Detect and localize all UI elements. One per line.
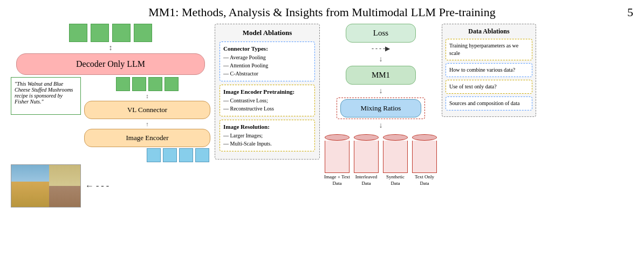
blue-token-2 [163,148,177,162]
header: MM1: Methods, Analysis & Insights from M… [11,5,633,19]
resolution-item-1: — Larger Images; [223,131,311,140]
blue-token-1 [147,148,161,162]
connector-types-box: Connector Types: — Average Pooling — Att… [220,41,315,81]
data-ablations-box: Data Ablations Training hyperparameters … [442,24,536,117]
page-number: 5 [617,5,633,19]
vl-connector-box: VL Connector [84,101,210,119]
text-input-content: "This Walnut and Blue Cheese Stuffed Mus… [15,81,73,105]
mixing-ratios-container: Mixing Ratios [337,98,425,119]
image-resolution-title: Image Resolution: [223,123,311,130]
page-title: MM1: Methods, Analysis & Insights from M… [27,5,617,19]
cylinder-3-label: Synthetic Data [382,174,408,186]
mm1-to-mixing-arrow: ↓ [379,87,383,95]
right-flow-section: Loss - - - -▶ ↓ MM1 ↓ Mixing Ratios ↓ [324,24,437,186]
cylinder-4-top [412,134,437,141]
main-content: ↕ Decoder Only LLM "This Walnut and Blue… [11,24,633,207]
cylinder-3-top [383,134,408,141]
cylinder-2: Interleaved Data [353,134,379,186]
data-ablation-item-3: Use of text only data? [446,80,532,94]
model-ablations-section: Model Ablations Connector Types: — Avera… [215,24,320,160]
cylinder-3: Synthetic Data [382,134,408,186]
image-encoder-box: Image Encoder [84,129,210,147]
cylinder-2-top [354,134,379,141]
data-ablation-item-4: Sources and composition of data [446,96,532,110]
image-resolution-box: Image Resolution: — Larger Images; — Mul… [220,120,315,151]
top-token-row [11,24,210,42]
connector-types-title: Connector Types: [223,45,311,52]
mm1-box: MM1 [346,66,416,85]
dashed-arrow-to-loss: - - - -▶ [372,45,390,53]
arrow-mid: ↕ [84,93,210,99]
blue-token-4 [195,148,209,162]
arrow-vl-encoder: ↑ [84,121,210,127]
resolution-item-2: — Multi-Scale Inputs. [223,140,311,148]
data-ablations-title: Data Ablations [446,27,532,36]
model-ablations-box: Model Ablations Connector Types: — Avera… [215,24,320,160]
cylinders-row: Image + Text Data Interleaved Data Synth… [324,134,437,186]
mixing-ratios-box: Mixing Ratios [340,99,421,117]
cylinder-1-top [325,134,350,141]
decoder-box: Decoder Only LLM [16,53,205,75]
text-input-box: "This Walnut and Blue Cheese Stuffed Mus… [11,77,81,115]
data-ablation-item-1: Training hyperparameters as we scale [446,39,532,60]
cylinder-4-label: Text Only Data [412,174,437,186]
input-image [11,164,81,207]
mixing-to-cylinders-arrow: ↓ [379,121,383,130]
token-box-4 [134,24,152,42]
encoder-item-2: — Reconstructive Loss [223,105,311,113]
token-box-2 [91,24,109,42]
loss-to-mm1-arrow: ↓ [379,55,383,64]
cylinder-4-body [412,141,437,173]
token-box-3 [112,24,131,42]
connector-item-2: — Attention Pooling [223,61,311,70]
image-encoder-pretraining-box: Image Encoder Pretraining: — Contrastive… [220,85,315,116]
cylinder-2-body [354,141,379,173]
small-token-4 [165,77,179,91]
small-token-1 [116,77,130,91]
blue-token-3 [179,148,193,162]
model-ablations-title: Model Ablations [220,29,315,37]
encoder-item-1: — Contrastive Loss; [223,96,311,105]
cylinder-4: Text Only Data [412,134,437,186]
cylinder-3-body [383,141,408,173]
data-ablation-item-2: How to combine various data? [446,63,532,77]
data-ablations-section: Data Ablations Training hyperparameters … [442,24,536,117]
photo-right [49,165,80,207]
cylinder-1-label: Image + Text Data [324,174,350,186]
small-token-3 [148,77,162,91]
arrow-photo-to-encoder: ← - - - [85,181,109,191]
image-encoder-pretraining-title: Image Encoder Pretraining: [223,88,311,95]
cylinder-2-label: Interleaved Data [353,174,379,186]
connector-item-1: — Average Pooling [223,53,311,61]
photo-left [11,165,49,207]
cylinder-1: Image + Text Data [324,134,350,186]
token-box-1 [69,24,87,42]
connector-item-3: — C-Abstractor [223,70,311,78]
left-section: ↕ Decoder Only LLM "This Walnut and Blue… [11,24,210,207]
small-token-2 [132,77,146,91]
cylinder-1-body [325,141,350,173]
arrow-tokens-to-decoder: ↕ [11,44,210,52]
loss-box: Loss [346,24,416,43]
